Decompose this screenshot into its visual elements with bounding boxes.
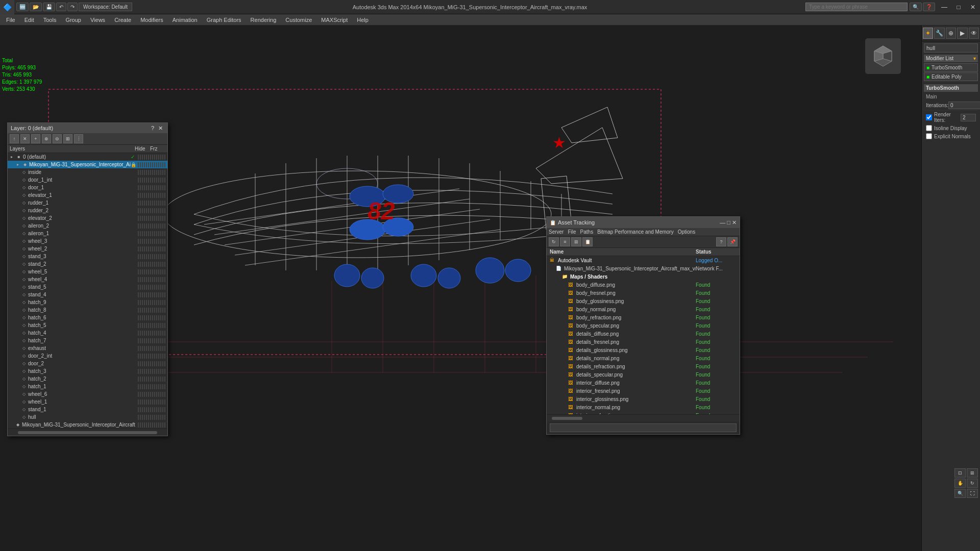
viewport[interactable]: [+][Perspective][Shaded + Edged Faces] T… bbox=[0, 26, 921, 551]
menu-animation[interactable]: Animation bbox=[168, 16, 202, 24]
layer-item-hatch3[interactable]: ◇ hatch_3 bbox=[8, 367, 167, 375]
stand2-hide[interactable] bbox=[138, 262, 152, 267]
maximize-vp-btn[interactable]: ⛶ bbox=[967, 489, 978, 498]
stand1-freeze[interactable] bbox=[152, 407, 166, 412]
at-menu-server[interactable]: Server bbox=[549, 229, 564, 235]
hatch7-freeze[interactable] bbox=[152, 338, 166, 343]
layer-window-titlebar[interactable]: Layer: 0 (default) ? ✕ bbox=[8, 123, 167, 133]
wheel5-hide[interactable] bbox=[138, 269, 152, 274]
layer-item-inside[interactable]: ◇ inside bbox=[8, 168, 167, 176]
panel-tab-hierarchy[interactable]: ⊕ bbox=[946, 28, 956, 39]
layer-item-hatch8[interactable]: ◇ hatch_8 bbox=[8, 306, 167, 314]
layer-item-stand1[interactable]: ◇ stand_1 bbox=[8, 406, 167, 413]
layer-item-mig[interactable]: ▸ ◆ Mikoyan_MiG-31_Supersonic_Intercepto… bbox=[8, 161, 167, 168]
hatch1-hide[interactable] bbox=[138, 384, 152, 389]
zoom-all-btn[interactable]: ⊞ bbox=[967, 468, 978, 478]
at-menu-paths[interactable]: Paths bbox=[580, 229, 594, 235]
at-menu-file[interactable]: File bbox=[568, 229, 576, 235]
layer-item-wheel3[interactable]: ◇ wheel_3 bbox=[8, 237, 167, 245]
at-item-interior-glossiness[interactable]: 🖼 interior_glossiness.png Found bbox=[547, 395, 740, 403]
maximize-button[interactable]: □ bbox=[951, 0, 966, 14]
at-item-body-diffuse[interactable]: 🖼 body_diffuse.png Found bbox=[547, 281, 740, 289]
layer-item-door1[interactable]: ◇ door_1 bbox=[8, 184, 167, 191]
door2-freeze[interactable] bbox=[152, 361, 166, 366]
layer-item-door1int[interactable]: ◇ door_1_int bbox=[8, 176, 167, 184]
exhaust-hide[interactable] bbox=[138, 346, 152, 351]
door1int-freeze[interactable] bbox=[152, 178, 166, 183]
hatch9-freeze[interactable] bbox=[152, 300, 166, 305]
layer-0-hide[interactable] bbox=[138, 155, 152, 160]
layer-item-door2int[interactable]: ◇ door_2_int bbox=[8, 352, 167, 360]
wheel2-freeze[interactable] bbox=[152, 246, 166, 252]
at-item-body-normal[interactable]: 🖼 body_normal.png Found bbox=[547, 305, 740, 313]
stand5-freeze[interactable] bbox=[152, 285, 166, 290]
layer-item-rudder2[interactable]: ◇ rudder_2 bbox=[8, 207, 167, 214]
at-details-btn[interactable]: 📋 bbox=[582, 237, 593, 246]
at-search-input[interactable] bbox=[550, 423, 737, 432]
menu-help[interactable]: Help bbox=[353, 16, 373, 24]
menu-rendering[interactable]: Rendering bbox=[247, 16, 281, 24]
stand3-freeze[interactable] bbox=[152, 254, 166, 259]
door2-hide[interactable] bbox=[138, 361, 152, 366]
layer-item-stand5[interactable]: ◇ stand_5 bbox=[8, 283, 167, 291]
object-name-input[interactable] bbox=[924, 43, 978, 53]
hatch5-hide[interactable] bbox=[138, 323, 152, 328]
panel-tab-motion[interactable]: ▶ bbox=[957, 28, 967, 39]
mig-bottom-hide[interactable] bbox=[138, 422, 152, 428]
layer-select-all-btn[interactable]: ⊞ bbox=[63, 134, 72, 143]
menu-maxscript[interactable]: MAXScript bbox=[317, 16, 352, 24]
at-list-btn[interactable]: ≡ bbox=[560, 237, 570, 246]
hatch9-hide[interactable] bbox=[138, 300, 152, 305]
layer-delete-btn[interactable]: ✕ bbox=[20, 134, 30, 143]
at-item-details-diffuse[interactable]: 🖼 details_diffuse.png Found bbox=[547, 330, 740, 338]
at-item-interior-normal[interactable]: 🖼 interior_normal.png Found bbox=[547, 403, 740, 411]
at-item-migfile[interactable]: 📄 Mikoyan_MiG-31_Supersonic_Interceptor_… bbox=[547, 264, 740, 272]
aileron1-freeze[interactable] bbox=[152, 231, 166, 236]
at-close-btn[interactable]: ✕ bbox=[732, 219, 737, 226]
door2int-freeze[interactable] bbox=[152, 354, 166, 359]
at-minimize-btn[interactable]: — bbox=[720, 219, 725, 226]
layer-item-mig-bottom[interactable]: ◆ Mikoyan_MiG-31_Supersonic_Interceptor_… bbox=[8, 421, 167, 429]
panel-tab-display[interactable]: 👁 bbox=[969, 28, 979, 39]
at-item-interior-fresnel[interactable]: 🖼 interior_fresnel.png Found bbox=[547, 387, 740, 395]
exhaust-freeze[interactable] bbox=[152, 346, 166, 351]
inside-freeze[interactable] bbox=[152, 170, 166, 175]
menu-customize[interactable]: Customize bbox=[281, 16, 316, 24]
menu-edit[interactable]: Edit bbox=[20, 16, 38, 24]
hull-hide[interactable] bbox=[138, 415, 152, 420]
stand3-hide[interactable] bbox=[138, 254, 152, 259]
hatch8-freeze[interactable] bbox=[152, 308, 166, 313]
at-refresh-btn[interactable]: ↻ bbox=[549, 237, 559, 246]
at-item-interior-diffuse[interactable]: 🖼 interior_diffuse.png Found bbox=[547, 379, 740, 387]
at-item-details-normal[interactable]: 🖼 details_normal.png Found bbox=[547, 354, 740, 362]
hatch3-hide[interactable] bbox=[138, 369, 152, 374]
layer-scrollbar[interactable] bbox=[8, 429, 167, 436]
layer-item-hatch9[interactable]: ◇ hatch_9 bbox=[8, 298, 167, 306]
modifier-list-dropdown[interactable]: ▾ bbox=[973, 56, 976, 61]
layer-scroll-thumb[interactable] bbox=[18, 431, 157, 434]
wheel5-freeze[interactable] bbox=[152, 269, 166, 274]
hatch4-freeze[interactable] bbox=[152, 331, 166, 336]
layer-item-hatch1[interactable]: ◇ hatch_1 bbox=[8, 383, 167, 390]
workspace-selector[interactable]: Workspace: Default bbox=[79, 3, 132, 11]
wheel3-hide[interactable] bbox=[138, 239, 152, 244]
menu-graph-editors[interactable]: Graph Editors bbox=[203, 16, 246, 24]
at-horizontal-scrollbar[interactable] bbox=[547, 414, 740, 421]
door1-freeze[interactable] bbox=[152, 185, 166, 190]
hatch1-freeze[interactable] bbox=[152, 384, 166, 389]
menu-views[interactable]: Views bbox=[86, 16, 109, 24]
at-help-btn[interactable]: ? bbox=[716, 237, 726, 246]
elev2-freeze[interactable] bbox=[152, 216, 166, 221]
minimize-button[interactable]: — bbox=[937, 0, 951, 14]
render-iters-check[interactable] bbox=[926, 114, 932, 120]
layer-item-default[interactable]: ▸ ■ 0 (default) ✓ bbox=[8, 153, 167, 161]
rudder2-hide[interactable] bbox=[138, 208, 152, 213]
at-item-vault[interactable]: 🏛 Autodesk Vault Logged O... bbox=[547, 256, 740, 264]
layer-mig-freeze[interactable] bbox=[152, 162, 166, 167]
layer-remove-obj-btn[interactable]: ⊖ bbox=[53, 134, 62, 143]
orbit-btn[interactable]: ↻ bbox=[967, 479, 978, 488]
panel-tab-create[interactable]: ✦ bbox=[923, 28, 933, 39]
layer-close-btn[interactable]: ✕ bbox=[157, 125, 164, 132]
mig-bottom-freeze[interactable] bbox=[152, 422, 166, 428]
layer-item-wheel5[interactable]: ◇ wheel_5 bbox=[8, 268, 167, 276]
